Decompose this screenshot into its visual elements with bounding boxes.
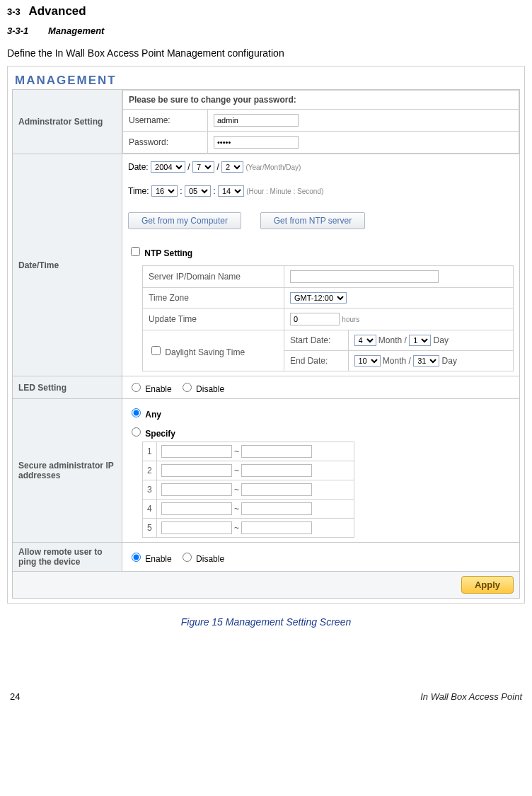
led-disable-radio[interactable] — [183, 383, 192, 392]
server-label: Server IP/Domain Name — [143, 266, 284, 288]
secure-row-label: Secure administrator IP addresses — [13, 399, 122, 543]
date-year-select[interactable]: 2004 — [151, 161, 185, 173]
dst-start-month-select[interactable]: 4 — [354, 335, 376, 346]
section-heading: 3-3 Advanced — [7, 4, 525, 18]
ntp-checkbox[interactable] — [131, 247, 140, 256]
date-hint: (Year/Month/Day) — [245, 163, 301, 171]
secure-any-radio[interactable] — [132, 408, 141, 417]
username-label: Username: — [123, 110, 208, 132]
password-input[interactable] — [214, 136, 299, 149]
section-number: 3-3 — [7, 6, 21, 17]
server-input[interactable] — [290, 270, 439, 283]
ip-range-row: 4 ~ — [143, 500, 354, 519]
management-screenshot: MANAGEMENT Adminstrator Setting Please b… — [7, 66, 525, 604]
subsection-number: 3-3-1 — [7, 25, 28, 36]
dst-end-month-select[interactable]: 10 — [354, 355, 381, 367]
secure-specify-radio[interactable] — [132, 427, 141, 437]
date-label: Date: — [128, 162, 149, 172]
dst-start-label: Start Date: — [284, 330, 348, 351]
get-from-ntp-button[interactable]: Get from NTP server — [260, 212, 365, 229]
admin-row-label: Adminstrator Setting — [13, 90, 122, 154]
ntp-label: NTP Setting — [144, 248, 192, 258]
management-heading: MANAGEMENT — [12, 71, 520, 89]
dst-checkbox[interactable] — [151, 346, 161, 355]
ip-range-row: 5 ~ — [143, 519, 354, 538]
update-input[interactable] — [290, 313, 340, 325]
time-label: Time: — [128, 186, 149, 196]
time-hour-select[interactable]: 16 — [151, 185, 178, 197]
section-title: Advanced — [28, 4, 86, 18]
date-month-select[interactable]: 7 — [192, 161, 214, 173]
ip-2-to[interactable] — [241, 464, 312, 477]
time-second-select[interactable]: 14 — [218, 185, 244, 197]
ip-4-from[interactable] — [161, 502, 232, 515]
secure-specify-label: Specify — [145, 429, 175, 439]
ip-4-to[interactable] — [241, 502, 312, 515]
apply-button[interactable]: Apply — [461, 576, 514, 594]
dst-label: Daylight Saving Time — [165, 347, 245, 357]
date-day-select[interactable]: 2 — [221, 161, 243, 173]
ip-2-from[interactable] — [161, 464, 232, 477]
update-label: Update Time — [143, 308, 284, 330]
secure-any-label: Any — [145, 410, 161, 420]
ip-3-from[interactable] — [161, 483, 232, 496]
ping-row-label: Allow remote user to ping the device — [13, 543, 122, 572]
dst-end-day-select[interactable]: 31 — [413, 355, 439, 367]
ip-range-row: 3 ~ — [143, 480, 354, 500]
ip-1-to[interactable] — [241, 445, 312, 458]
subsection-title: Management — [48, 25, 104, 36]
tz-select[interactable]: GMT-12:00 — [290, 292, 347, 304]
ip-5-from[interactable] — [161, 521, 232, 534]
admin-notice: Please be sure to change your password: — [123, 91, 519, 110]
ip-1-from[interactable] — [161, 445, 232, 458]
dst-start-day-select[interactable]: 1 — [409, 335, 431, 346]
ip-3-to[interactable] — [241, 483, 312, 496]
led-enable-radio[interactable] — [132, 383, 141, 392]
get-from-computer-button[interactable]: Get from my Computer — [128, 212, 241, 229]
datetime-row-label: Date/Time — [13, 154, 122, 376]
password-label: Password: — [123, 132, 208, 154]
subsection-heading: 3-3-1 Management — [7, 25, 525, 36]
intro-text: Define the In Wall Box Access Point Mana… — [7, 47, 525, 59]
figure-caption: Figure 15 Management Setting Screen — [7, 616, 525, 628]
ping-enable-radio[interactable] — [132, 553, 141, 562]
footer-title: In Wall Box Access Point — [420, 691, 522, 702]
username-input[interactable] — [214, 114, 299, 127]
led-row-label: LED Setting — [13, 376, 122, 399]
update-unit: hours — [342, 316, 359, 323]
ip-range-row: 1 ~ — [143, 442, 354, 461]
time-minute-select[interactable]: 05 — [185, 185, 211, 197]
ip-5-to[interactable] — [241, 521, 312, 534]
ping-disable-radio[interactable] — [183, 553, 192, 562]
dst-end-label: End Date: — [284, 351, 348, 371]
time-hint: (Hour : Minute : Second) — [246, 188, 323, 195]
ip-range-row: 2 ~ — [143, 461, 354, 480]
page-number: 24 — [10, 691, 20, 702]
tz-label: Time Zone — [143, 288, 284, 308]
